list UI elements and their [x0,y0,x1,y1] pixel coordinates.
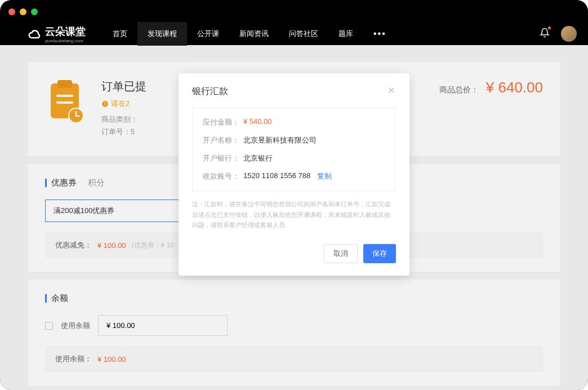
modal-bank-label: 开户银行： [203,153,243,163]
nav-discover[interactable]: 发现课程 [137,22,187,46]
navbar: 云朵课堂 yunduoketang.com 首页 发现课程 公开课 新闻资讯 问… [0,23,588,45]
cancel-button[interactable]: 取消 [324,244,358,263]
cloud-logo-icon [28,27,42,41]
modal-amount: ¥ 540.00 [243,117,272,127]
nav-home[interactable]: 首页 [103,22,137,46]
modal-name-label: 开户名称： [203,135,243,145]
logo-subtitle: yunduoketang.com [45,38,86,43]
modal-bank: 北京银行 [243,153,273,163]
nav-items: 首页 发现课程 公开课 新闻资讯 问答社区 题库 ••• [103,22,397,46]
avatar[interactable] [561,26,577,42]
modal-note: 注：汇款时，请在备注中写明您在我公司的用户名和本订单号，汇款完成后请点击已支付按… [192,199,396,231]
logo-text: 云朵课堂 [45,25,86,38]
modal-overlay: 银行汇款 应付金额： ¥ 540.00 开户名称： 北京昱新科技有限公司 开户银… [0,45,588,390]
nav-qa[interactable]: 问答社区 [279,22,328,46]
close-window-icon[interactable] [8,8,15,15]
notification-bell-icon[interactable] [540,28,550,40]
nav-public[interactable]: 公开课 [187,22,229,46]
close-icon[interactable] [387,86,396,98]
bank-transfer-modal: 银行汇款 应付金额： ¥ 540.00 开户名称： 北京昱新科技有限公司 开户银… [179,73,409,276]
notification-dot-icon [548,26,551,29]
nav-news[interactable]: 新闻资讯 [229,22,279,46]
modal-amount-label: 应付金额： [203,117,243,127]
modal-name: 北京昱新科技有限公司 [243,135,317,145]
minimize-window-icon[interactable] [20,8,26,15]
nav-more-icon[interactable]: ••• [363,22,397,46]
window-controls [8,8,38,15]
logo[interactable]: 云朵课堂 yunduoketang.com [28,25,86,43]
copy-button[interactable]: 复制 [317,171,332,181]
maximize-window-icon[interactable] [31,8,38,15]
nav-question[interactable]: 题库 [328,22,363,46]
modal-title: 银行汇款 [192,86,228,98]
modal-account: 1520 1108 1556 788 [243,171,310,181]
modal-account-label: 收款账号： [203,171,243,181]
save-button[interactable]: 保存 [363,244,396,263]
